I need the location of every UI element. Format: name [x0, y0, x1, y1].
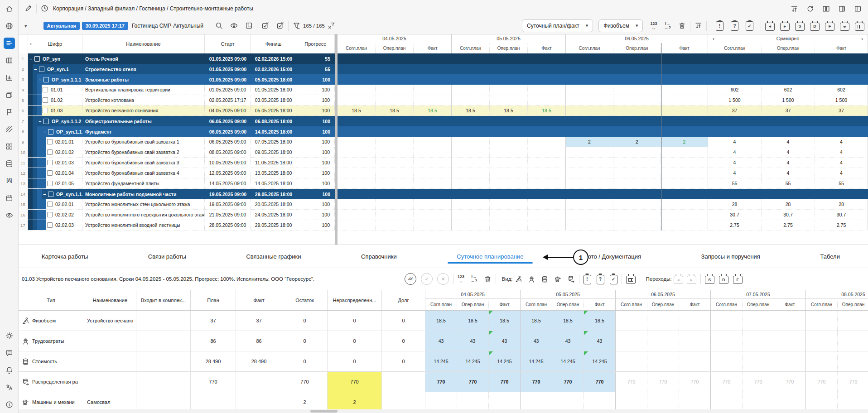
task-row[interactable]: 14−OP_syn.1.1.2Монолитные работы подземн… [18, 189, 335, 199]
sidebar-item-globe-icon[interactable] [0, 17, 18, 34]
gantt-cell[interactable] [414, 137, 452, 147]
day-value-cell[interactable]: 14 245 [521, 351, 552, 371]
approve-all-icon[interactable]: ✓✓ [405, 273, 416, 285]
task-row[interactable]: 902.01.01Устройство буронабивных свай за… [18, 137, 335, 147]
trash-icon[interactable] [678, 22, 686, 29]
gantt-cell[interactable] [376, 178, 414, 189]
gantt-cell[interactable] [490, 137, 528, 147]
gantt-cell[interactable] [661, 199, 708, 210]
calendar-columns-icon[interactable] [855, 21, 864, 31]
gantt-cell[interactable]: 37 [708, 106, 762, 116]
calendar-grid-icon[interactable] [626, 274, 636, 284]
edit-icon[interactable] [24, 5, 32, 12]
gantt-cell[interactable] [376, 199, 414, 210]
gantt-cell[interactable]: 2 [566, 137, 613, 147]
day-value-cell[interactable]: 770 [711, 372, 743, 392]
gantt-cell[interactable] [338, 85, 376, 95]
row-checkbox[interactable] [34, 56, 40, 62]
day-value-cell[interactable]: 18.5 [457, 311, 489, 331]
sidebar-item-home-icon[interactable] [0, 0, 18, 17]
day-value-cell[interactable]: 770 [838, 372, 868, 392]
gantt-cell[interactable] [490, 158, 528, 168]
sidebar-item-bell-icon[interactable] [0, 361, 18, 379]
gantt-cell[interactable] [338, 147, 376, 158]
gantt-row[interactable]: 2.752.752.75 [338, 220, 868, 231]
check-all-icon[interactable] [261, 22, 269, 29]
gantt-cell[interactable] [338, 168, 376, 178]
day-value-cell[interactable] [806, 351, 838, 371]
gantt-row[interactable]: 555555 [338, 178, 868, 189]
gantt-cell[interactable] [566, 106, 613, 116]
gantt-cell[interactable]: 2.75 [762, 220, 815, 231]
panel-left-icon[interactable] [854, 5, 862, 13]
row-checkbox[interactable] [48, 129, 53, 134]
gantt-cell[interactable] [376, 210, 414, 220]
day-value-cell[interactable]: 770 [521, 372, 552, 392]
gantt-cell[interactable] [414, 168, 452, 178]
gantt-cell[interactable]: 18.5 [338, 106, 376, 116]
swap-columns-icon[interactable] [791, 5, 798, 13]
gantt-cell[interactable] [376, 95, 414, 106]
day-value-cell[interactable]: 770 [425, 372, 457, 392]
exchange-icon[interactable]: !→←? [471, 275, 477, 283]
gantt-group-bar[interactable] [338, 116, 868, 126]
gantt-cell[interactable]: 28 [708, 199, 762, 210]
gantt-cell[interactable] [376, 220, 414, 231]
day-value-cell[interactable]: 770 [774, 372, 806, 392]
gantt-cell[interactable]: 4 [762, 168, 815, 178]
gantt-cell[interactable] [528, 137, 566, 147]
row-checkbox[interactable] [47, 222, 53, 228]
gantt-cell[interactable] [490, 210, 528, 220]
gantt-group-bar[interactable] [338, 53, 868, 64]
gantt-cell[interactable] [661, 168, 708, 178]
gantt-row[interactable]: 18.518.518.518.518.518.5373737 [338, 106, 868, 116]
day-value-cell[interactable] [806, 331, 838, 351]
tab-6[interactable]: Фото / Документация [583, 247, 642, 266]
horizontal-scrollbar[interactable] [18, 409, 868, 413]
sidebar-item-layers-icon[interactable] [0, 86, 18, 103]
clipboard-warning-icon[interactable]: ! [716, 20, 723, 31]
sidebar-item-eye-icon[interactable] [0, 206, 18, 224]
clock-icon[interactable] [41, 5, 48, 12]
gantt-cell[interactable] [452, 168, 490, 178]
day-value-cell[interactable] [711, 351, 743, 371]
tab-5[interactable]: Суточное планирование [456, 247, 524, 266]
gantt-cell[interactable] [452, 199, 490, 210]
collapse-row-icon[interactable]: − [37, 119, 43, 124]
day-value-cell[interactable]: 43 [584, 331, 616, 351]
gantt-cell[interactable] [414, 147, 452, 158]
sidebar-item-database-icon[interactable] [0, 155, 18, 172]
trash-icon[interactable] [484, 275, 492, 283]
gantt-cell[interactable]: 2.75 [815, 220, 868, 231]
gantt-cell[interactable] [376, 85, 414, 95]
chevron-left-icon[interactable]: ‹ [713, 35, 714, 42]
gantt-cell[interactable]: 55 [815, 178, 868, 189]
truck-icon[interactable] [554, 275, 562, 283]
gantt-cell[interactable]: 1 500 [708, 95, 762, 106]
gantt-cell[interactable] [452, 147, 490, 158]
gantt-cell[interactable] [566, 85, 613, 95]
row-checkbox[interactable] [43, 108, 48, 113]
gantt-cell[interactable]: 55 [708, 178, 762, 189]
gantt-cell[interactable] [566, 210, 613, 220]
gantt-cell[interactable] [414, 220, 452, 231]
resource-row[interactable]: ФизобъемУстройство песчано373700018.518.… [18, 311, 868, 331]
gantt-cell[interactable]: 4 [708, 147, 762, 158]
task-row[interactable]: 1102.01.03Устройство буронабивных свай з… [18, 158, 335, 168]
gantt-cell[interactable]: 30.7 [815, 210, 868, 220]
calendar-d-icon[interactable]: D [810, 21, 820, 31]
gantt-cell[interactable]: 4 [815, 168, 868, 178]
row-checkbox[interactable] [47, 149, 53, 155]
gantt-cell[interactable] [338, 178, 376, 189]
split-view-icon[interactable] [822, 5, 830, 13]
resource-row[interactable]: Распределенная ра77077077077077077077077… [18, 372, 868, 392]
gantt-cell[interactable] [376, 147, 414, 158]
day-value-cell[interactable] [711, 331, 743, 351]
gantt-row[interactable]: 282828 [338, 199, 868, 210]
day-value-cell[interactable]: 14 245 [584, 351, 616, 371]
gantt-cell[interactable] [490, 199, 528, 210]
day-value-cell[interactable]: 770 [584, 372, 616, 392]
gantt-cell[interactable] [566, 199, 613, 210]
gantt-cell[interactable] [566, 168, 613, 178]
clipboard-question-icon[interactable]: ? [731, 20, 738, 31]
